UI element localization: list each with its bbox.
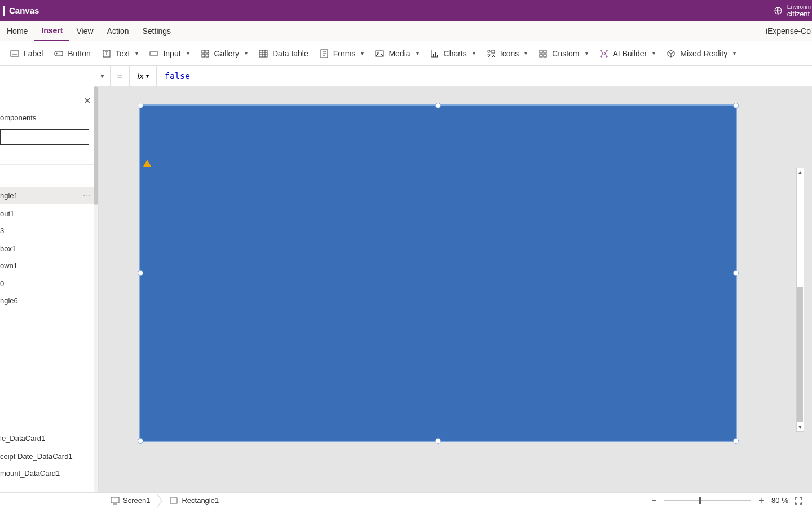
scroll-up-icon[interactable]: ▲ <box>797 168 804 176</box>
zoom-slider-handle[interactable] <box>699 497 701 504</box>
rectangle-icon <box>169 496 178 505</box>
insert-custom-button[interactable]: Custom ▾ <box>537 47 589 60</box>
warning-icon[interactable] <box>143 160 151 167</box>
zoom-unit: % <box>782 496 788 505</box>
more-icon[interactable]: ··· <box>83 191 91 200</box>
insert-custom-text: Custom <box>552 49 579 58</box>
ai-builder-icon <box>599 49 608 58</box>
insert-button-button[interactable]: Button <box>53 47 91 60</box>
insert-label-button[interactable]: Label <box>9 47 44 60</box>
insert-mixedreality-button[interactable]: Mixed Reality ▾ <box>665 47 737 60</box>
insert-text-button[interactable]: Text ▾ <box>101 47 140 60</box>
scrollbar-thumb[interactable] <box>797 287 803 422</box>
insert-datatable-button[interactable]: Data table <box>258 47 310 60</box>
resize-handle-bc[interactable] <box>435 438 441 444</box>
charts-icon <box>430 49 439 58</box>
tree-search-input[interactable] <box>0 129 89 145</box>
insert-forms-button[interactable]: Forms ▾ <box>319 47 365 60</box>
breadcrumb-selected[interactable]: Rectangle1 <box>164 493 224 508</box>
tree-item-label: ceipt Date_DataCard1 <box>0 452 73 461</box>
insert-input-button[interactable]: Input ▾ <box>148 47 190 60</box>
gallery-icon <box>201 49 210 58</box>
app-name-label: iExpense-Co <box>766 21 811 41</box>
insert-button-text: Button <box>68 49 90 58</box>
tree-item[interactable]: ngle6 <box>0 292 98 309</box>
formula-input[interactable]: false <box>157 66 812 86</box>
resize-handle-ml[interactable] <box>138 270 143 276</box>
environment-name: citizent <box>787 11 811 17</box>
tree-item[interactable]: ngle1 ··· <box>0 187 98 204</box>
chevron-down-icon: ▾ <box>416 50 419 56</box>
tree-item-label: 0 <box>0 279 4 288</box>
insert-forms-text: Forms <box>333 49 356 58</box>
tree-item-label: own1 <box>0 261 17 270</box>
insert-text-text: Text <box>116 49 130 58</box>
panel-tab-components[interactable]: omponents <box>0 113 36 122</box>
tree-item[interactable]: ceipt Date_DataCard1 <box>0 448 98 465</box>
scrollbar-thumb[interactable] <box>94 86 98 205</box>
insert-charts-button[interactable]: Charts ▾ <box>429 47 476 60</box>
tree-item[interactable]: box1 <box>0 240 98 257</box>
chevron-down-icon: ▾ <box>361 50 364 56</box>
tree-item-label: ngle1 <box>0 191 18 200</box>
canvas-workspace[interactable]: ▲ ▼ <box>99 86 812 492</box>
resize-handle-tc[interactable] <box>435 103 441 108</box>
fit-to-screen-button[interactable] <box>794 496 803 505</box>
zoom-slider[interactable] <box>664 500 751 501</box>
insert-aibuilder-button[interactable]: AI Builder ▾ <box>598 47 657 60</box>
resize-handle-tr[interactable] <box>733 103 739 108</box>
breadcrumb-screen[interactable]: Screen1 <box>105 493 156 508</box>
svg-rect-2 <box>55 51 63 56</box>
tree-scrollbar[interactable] <box>94 86 98 492</box>
input-icon <box>149 49 158 58</box>
insert-gallery-button[interactable]: Gallery ▾ <box>200 47 249 60</box>
tree-item[interactable]: 3 <box>0 222 98 239</box>
chevron-down-icon: ▾ <box>733 50 736 56</box>
resize-handle-bl[interactable] <box>138 438 143 444</box>
insert-icons-text: Icons <box>500 49 519 58</box>
chevron-down-icon: ▾ <box>473 50 475 56</box>
svg-point-23 <box>602 52 605 55</box>
svg-point-24 <box>600 50 601 51</box>
tree-item[interactable]: mount_DataCard1 <box>0 465 98 481</box>
svg-rect-19 <box>540 50 542 53</box>
svg-rect-7 <box>206 50 209 53</box>
environment-icon <box>774 6 783 15</box>
insert-media-button[interactable]: Media ▾ <box>374 47 420 60</box>
property-selector[interactable]: ▾ <box>0 66 111 86</box>
zoom-out-button[interactable]: − <box>650 496 659 506</box>
close-panel-button[interactable]: ✕ <box>83 97 92 106</box>
chevron-down-icon: ▾ <box>135 50 138 56</box>
resize-handle-tl[interactable] <box>138 103 143 108</box>
breadcrumb-screen-label: Screen1 <box>123 496 150 505</box>
menu-settings[interactable]: Settings <box>136 21 178 41</box>
svg-rect-28 <box>111 497 119 503</box>
svg-point-25 <box>606 50 607 51</box>
menu-action[interactable]: Action <box>100 21 136 41</box>
zoom-percent: 80 % <box>771 496 788 505</box>
zoom-in-button[interactable]: + <box>757 496 766 506</box>
menu-home[interactable]: Home <box>0 21 34 41</box>
fx-button[interactable]: fx ▾ <box>130 66 157 86</box>
environment-picker[interactable]: Environm citizent <box>774 0 812 21</box>
resize-handle-br[interactable] <box>733 438 739 444</box>
insert-icons-button[interactable]: Icons ▾ <box>486 47 528 60</box>
tree-item[interactable]: out1 <box>0 205 98 222</box>
data-table-icon <box>259 49 268 58</box>
chevron-down-icon: ▾ <box>245 50 248 56</box>
scroll-down-icon[interactable]: ▼ <box>797 423 804 431</box>
resize-handle-mr[interactable] <box>733 270 739 276</box>
menu-view[interactable]: View <box>69 21 100 41</box>
tree-item[interactable]: le_DataCard1 <box>0 430 98 446</box>
svg-rect-18 <box>492 50 495 53</box>
tree-item[interactable]: own1 <box>0 257 98 274</box>
svg-rect-22 <box>544 54 546 57</box>
artboard-scrollbar[interactable]: ▲ ▼ <box>796 168 804 432</box>
chevron-down-icon: ▾ <box>585 50 588 56</box>
selected-rectangle[interactable] <box>140 106 736 441</box>
menu-insert[interactable]: Insert <box>34 21 69 41</box>
tree-item[interactable]: 0 <box>0 275 98 292</box>
svg-rect-5 <box>150 52 158 55</box>
svg-point-17 <box>488 50 490 52</box>
svg-rect-9 <box>206 54 209 57</box>
